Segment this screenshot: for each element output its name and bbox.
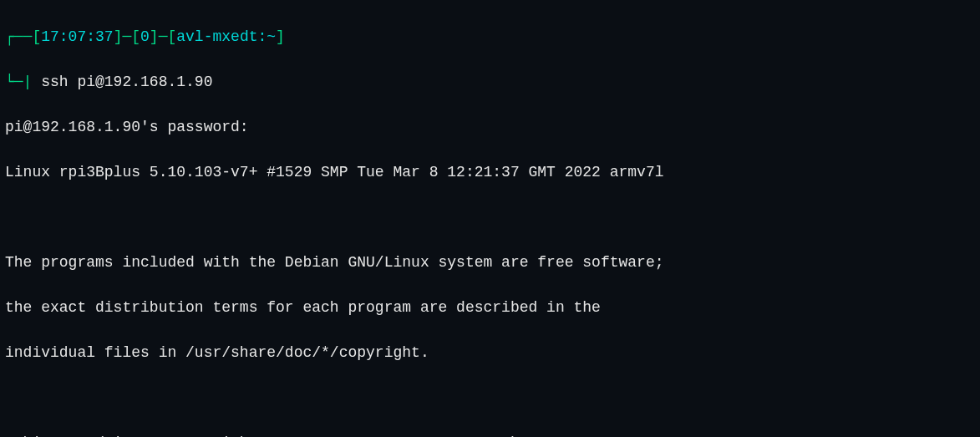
prompt-sep: ]─[ xyxy=(114,28,140,45)
blank-line xyxy=(5,387,975,409)
motd-line: Debian GNU/Linux comes with ABSOLUTELY N… xyxy=(5,432,975,437)
command-text: ssh pi@192.168.1.90 xyxy=(32,74,212,90)
prompt-sep: ]─[ xyxy=(150,28,176,45)
blank-line xyxy=(5,206,975,229)
prompt-time: 17:07:37 xyxy=(41,28,113,45)
motd-line: individual files in /usr/share/doc/*/cop… xyxy=(5,342,975,364)
prompt-jobs: 0 xyxy=(140,28,150,45)
box-drawing-bottom: └─| xyxy=(5,74,32,90)
prompt-line-2: └─| ssh pi@192.168.1.90 xyxy=(5,71,975,94)
terminal-output[interactable]: ┌──[17:07:37]─[0]─[avl-mxedt:~] └─| ssh … xyxy=(5,3,975,437)
prompt-close: ] xyxy=(276,28,285,45)
box-drawing-top: ┌──[ xyxy=(5,28,41,45)
prompt-hostpath: avl-mxedt:~ xyxy=(176,28,276,45)
motd-line: The programs included with the Debian GN… xyxy=(5,252,975,274)
banner-line: Linux rpi3Bplus 5.10.103-v7+ #1529 SMP T… xyxy=(5,161,975,184)
prompt-line-1: ┌──[17:07:37]─[0]─[avl-mxedt:~] xyxy=(5,26,975,48)
password-prompt: pi@192.168.1.90's password: xyxy=(5,116,975,139)
motd-line: the exact distribution terms for each pr… xyxy=(5,297,975,319)
